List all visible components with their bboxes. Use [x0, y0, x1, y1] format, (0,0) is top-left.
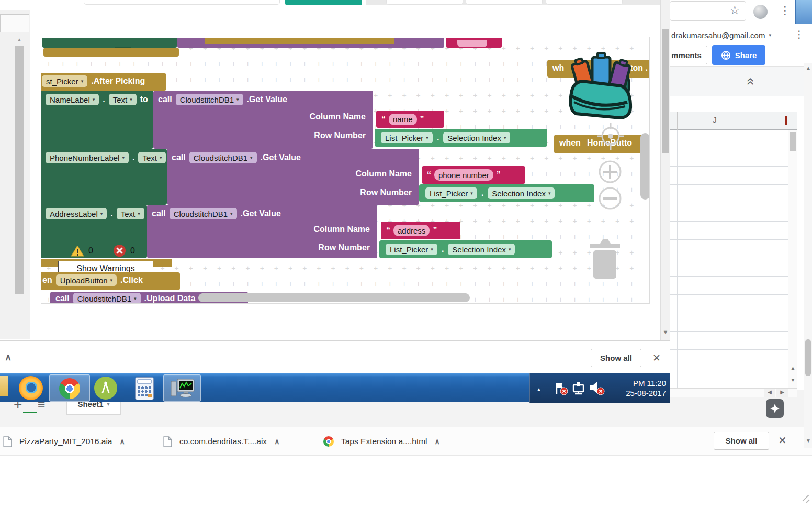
block-fragment[interactable] [42, 38, 177, 48]
block-fragment[interactable] [205, 38, 394, 44]
sheets-menu-icon[interactable]: ⋮ [794, 28, 804, 40]
collapse-bar-icon[interactable]: ∧ [5, 351, 12, 363]
picker-dropdown[interactable]: List_Picker▾ [386, 244, 437, 255]
perfmon-taskbar-button[interactable] [163, 374, 201, 402]
palette-scroll-thumb[interactable] [15, 46, 24, 294]
inner-scroll-down-icon[interactable]: ▼ [661, 329, 670, 335]
download-item[interactable]: Taps Extension a....html ∧ [323, 429, 440, 454]
grid-scroll-up-icon[interactable]: ▲ [788, 365, 797, 371]
download-item[interactable]: co.com.dendritas.T....aix ∧ [163, 429, 279, 454]
network-icon[interactable] [572, 381, 588, 396]
tab-fragment[interactable] [466, 0, 543, 5]
picker-dropdown[interactable]: List_Picker▾ [381, 132, 433, 143]
active-tab-fragment[interactable] [285, 0, 362, 5]
selection-index-block[interactable]: List_Picker▾ . Selection Index▾ [419, 184, 594, 202]
grid-scroll-down-icon[interactable]: ▼ [788, 377, 797, 383]
inner-scrollbar[interactable]: ▼ [660, 0, 670, 340]
component-dropdown[interactable]: PhoneNumberLabel▾ [46, 152, 129, 163]
block-fragment[interactable] [43, 48, 179, 57]
property-dropdown[interactable]: Selection Index▾ [488, 187, 555, 199]
firefox-icon[interactable] [19, 376, 43, 400]
downloads-show-all-button[interactable]: Show all [714, 432, 769, 450]
tab-fragment[interactable] [546, 0, 623, 5]
error-icon[interactable] [113, 244, 126, 257]
selection-index-block[interactable]: List_Picker▾ . Selection Index▾ [379, 240, 552, 258]
grid-scroll-left-icon[interactable]: ◀ [764, 389, 775, 397]
downloads-close-icon[interactable]: ✕ [778, 434, 787, 447]
column-header-row[interactable]: J [670, 112, 797, 130]
zoom-out-icon[interactable] [598, 186, 622, 211]
grid-scroll-right-icon[interactable]: ▶ [776, 389, 788, 397]
explore-button[interactable] [766, 399, 784, 418]
zoom-in-icon[interactable] [598, 160, 622, 184]
db-dropdown[interactable]: CloudstitchDB1▾ [176, 94, 243, 105]
property-dropdown[interactable]: Text▾ [117, 208, 144, 219]
android-studio-icon[interactable] [94, 377, 117, 400]
inner-show-all-button[interactable]: Show all [591, 349, 641, 367]
account-area[interactable]: drakumarsahu@gmail.com ▾ [671, 27, 771, 43]
set-phonelabel-block[interactable]: PhoneNumberLabel▾ . Text▾ to [41, 149, 167, 205]
canvas-vscroll-thumb[interactable] [640, 133, 650, 200]
browser-menu-icon[interactable]: ⋮ [780, 4, 791, 17]
when-uploadbutton-block[interactable]: en UploadButton▾ .Click [41, 272, 180, 290]
action-center-flag-icon[interactable] [553, 380, 569, 396]
grid-scroll-thumb[interactable] [790, 132, 796, 151]
property-dropdown[interactable]: Selection Index▾ [443, 132, 510, 143]
db-dropdown[interactable]: CloudstitchDB1▾ [73, 293, 141, 304]
volume-muted-icon[interactable] [589, 380, 605, 396]
folder-icon[interactable] [0, 376, 8, 396]
canvas-hscroll-thumb[interactable] [198, 293, 470, 302]
backpack-icon[interactable] [563, 51, 637, 124]
inner-close-bar-icon[interactable]: ✕ [652, 352, 661, 364]
download-menu-icon[interactable]: ∧ [435, 437, 440, 446]
comments-button[interactable]: mments [666, 46, 707, 64]
text-value[interactable]: phone number [434, 169, 493, 181]
call-getvalue-block[interactable]: call CloudstitchDB1▾ .Get Value Column N… [147, 205, 377, 258]
grid-scroll-gutter[interactable]: ▲ ▼ [788, 130, 797, 388]
outer-scroll-thumb[interactable] [805, 339, 811, 376]
warning-icon[interactable] [71, 245, 84, 257]
text-block[interactable]: “ phone number ” [422, 166, 525, 184]
property-dropdown[interactable]: Text▾ [138, 152, 166, 163]
selection-index-block[interactable]: List_Picker▾ . Selection Index▾ [375, 129, 547, 147]
property-dropdown[interactable]: Text▾ [109, 94, 137, 105]
call-getvalue-block[interactable]: call CloudstitchDB1▾ .Get Value Column N… [153, 91, 373, 149]
outer-scroll-down-icon[interactable]: ▼ [804, 438, 812, 444]
block-fragment[interactable] [446, 38, 502, 48]
text-block[interactable]: “ name ” [376, 111, 444, 128]
center-target-icon[interactable] [596, 122, 625, 151]
download-menu-icon[interactable]: ∧ [119, 437, 125, 446]
extension-globe-icon[interactable] [753, 5, 768, 19]
inner-scroll-thumb[interactable] [662, 29, 669, 153]
property-dropdown[interactable]: Selection Index▾ [448, 244, 515, 255]
component-dropdown[interactable]: AddressLabel▾ [46, 208, 107, 219]
call-getvalue-block[interactable]: call CloudstitchDB1▾ .Get Value Column N… [167, 149, 419, 205]
db-dropdown[interactable]: CloudstitchDB1▾ [189, 152, 257, 163]
outer-scroll-up-icon[interactable]: ▲ [804, 65, 812, 71]
picker-dropdown[interactable]: st_Picker▾ [42, 75, 87, 87]
trash-icon[interactable] [588, 236, 622, 280]
tab-fragment[interactable] [386, 0, 463, 5]
tray-expand-icon[interactable]: ▲ [536, 386, 542, 392]
download-menu-icon[interactable]: ∧ [274, 437, 279, 446]
set-namelabel-block[interactable]: NameLabel▾ . Text▾ to [41, 91, 153, 149]
component-dropdown[interactable]: NameLabel▾ [46, 94, 99, 105]
picker-dropdown[interactable]: List_Picker▾ [425, 187, 477, 199]
blocks-canvas[interactable]: ++++++++++++++++++++++++++++++++++++++++… [41, 37, 650, 304]
grid-hscroll-strip[interactable]: ◀ ▶ [670, 388, 797, 397]
db-dropdown[interactable]: CloudstitchDB1▾ [170, 208, 237, 219]
sheet-grid[interactable] [670, 130, 788, 388]
share-button[interactable]: Share [712, 45, 765, 65]
tab-fragment[interactable] [84, 0, 280, 5]
text-value[interactable]: address [393, 225, 430, 236]
component-dropdown[interactable]: UploadButton▾ [56, 274, 117, 286]
download-item[interactable]: PizzaParty_MIT_2016.aia ∧ [3, 429, 125, 454]
calculator-icon[interactable] [135, 377, 154, 400]
resize-grip[interactable] [806, 499, 809, 503]
bookmark-star-icon[interactable]: ☆ [729, 3, 740, 17]
chrome-taskbar-button[interactable] [49, 374, 90, 402]
clock[interactable]: PM 11:20 25-08-2017 [608, 376, 666, 401]
text-block[interactable]: “ address ” [381, 222, 460, 239]
when-afterpicking-block[interactable]: st_Picker▾ .After Picking [41, 73, 166, 91]
outer-scrollbar[interactable]: ▲ ▼ [804, 63, 812, 448]
